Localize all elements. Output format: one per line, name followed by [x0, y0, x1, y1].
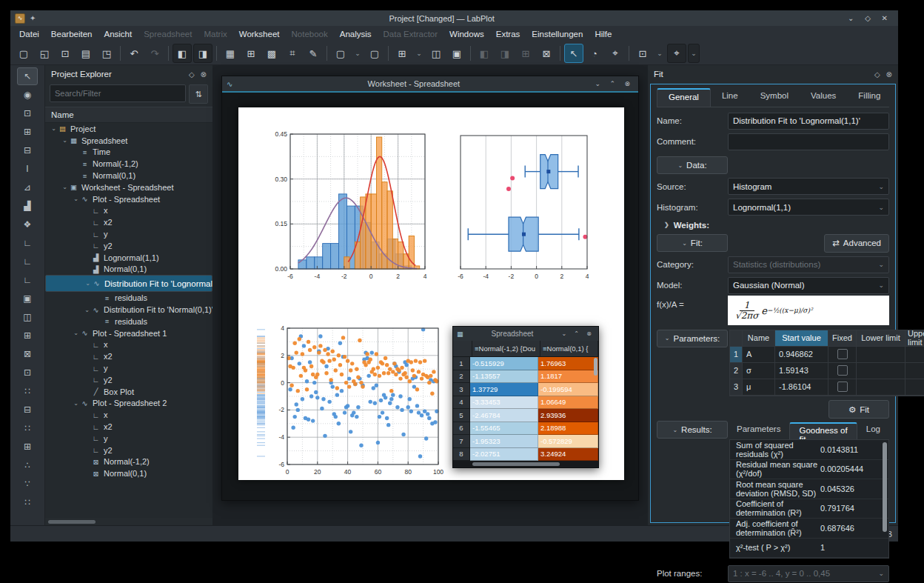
window-controls[interactable]: ⌄ ◇ ✕: [848, 14, 892, 22]
param-start-value-cell[interactable]: -1.86104: [775, 379, 828, 396]
float-dock-icon[interactable]: ◇: [874, 70, 880, 79]
menu-einstellungen[interactable]: Einstellungen: [526, 28, 589, 40]
param-name-cell[interactable]: μ: [743, 379, 775, 396]
param-name-cell[interactable]: σ: [743, 363, 775, 379]
crosshair-button[interactable]: ⌖: [667, 44, 686, 63]
tree-item-residuals[interactable]: ≡residuals: [45, 316, 212, 327]
tree-item-lognormal-1-1-[interactable]: ▟Lognormal(1,1): [45, 252, 212, 264]
spreadsheet-hscrollbar[interactable]: [453, 461, 598, 467]
add-axis-y-tool[interactable]: ∟: [17, 271, 38, 289]
fit-section-toggle[interactable]: ⌄ Fit:: [657, 234, 728, 252]
histogram-plot[interactable]: -6-4-20240.000.150.300.45: [268, 130, 431, 284]
tree-item-x[interactable]: ∟x: [45, 409, 212, 421]
param-lower-limit-cell[interactable]: [857, 379, 905, 396]
tree-hscrollbar[interactable]: [45, 518, 212, 525]
toggle-project-explorer-button[interactable]: ◧: [173, 44, 192, 63]
menu-datei[interactable]: Datei: [13, 28, 45, 40]
row-number[interactable]: 7: [453, 435, 470, 448]
menu-bearbeiten[interactable]: Bearbeiten: [45, 28, 98, 40]
layout-remove-tool[interactable]: ⊞: [17, 438, 38, 456]
tree-item-x2[interactable]: ∟x2: [45, 216, 212, 228]
select-region-button[interactable]: ⊡: [633, 44, 652, 63]
tab-values[interactable]: Values: [800, 88, 847, 107]
tree-item-normal-0-1-[interactable]: ≡Normal(0,1): [45, 170, 212, 181]
row-number[interactable]: 3: [453, 383, 470, 396]
cell[interactable]: 2.18988: [538, 422, 598, 436]
param-header-start-value[interactable]: Start value: [775, 330, 828, 347]
crosshair-dropdown[interactable]: ⌄: [688, 44, 700, 63]
tree-item-spreadsheet[interactable]: ⌄▦Spreadsheet: [45, 135, 212, 147]
tree-item-y2[interactable]: ∟y2: [45, 444, 212, 456]
spreadsheet-window-titlebar[interactable]: ▦ Spreadsheet ⌄ ⌃ ⊗: [453, 327, 598, 341]
tree-item-project[interactable]: ⌄▤Project: [45, 123, 212, 135]
cell[interactable]: 2.93936: [538, 409, 598, 422]
menu-windows[interactable]: Windows: [443, 28, 490, 40]
close-dock-icon[interactable]: ⊗: [886, 70, 892, 79]
cell[interactable]: -0.572829: [538, 435, 598, 448]
fit-width-button[interactable]: ▣: [447, 44, 466, 63]
expander-icon[interactable]: ⌄: [61, 137, 69, 144]
filter-options-icon[interactable]: ⇅: [189, 84, 208, 104]
tree-item-y2[interactable]: ∟y2: [45, 240, 212, 252]
print-button[interactable]: ▤: [76, 44, 96, 63]
save-project-button[interactable]: ⊡: [56, 44, 75, 63]
tab-general[interactable]: General: [657, 88, 711, 107]
select-tool[interactable]: ↖: [17, 67, 38, 85]
weights-section-toggle[interactable]: ❯ Weights:: [664, 221, 889, 230]
add-bar-plot-tool[interactable]: ⊡: [17, 364, 38, 382]
expander-icon[interactable]: ⌄: [72, 400, 80, 407]
layout-vertical-tool[interactable]: ⊟: [17, 401, 38, 419]
layout-grid-tool[interactable]: ∷: [17, 382, 38, 400]
param-upper-limit-cell[interactable]: [905, 347, 924, 363]
goodness-scrollbar[interactable]: [883, 442, 887, 532]
search-input[interactable]: [50, 84, 186, 102]
tab-symbol[interactable]: Symbol: [749, 88, 800, 107]
source-select[interactable]: Histogram⌄: [728, 178, 889, 195]
zoom-y-tool[interactable]: ⊟: [17, 141, 38, 159]
run-fit-button[interactable]: ⚙ Fit: [828, 400, 889, 419]
menu-extras[interactable]: Extras: [490, 28, 526, 40]
cell[interactable]: 3.24924: [538, 448, 598, 462]
cell[interactable]: -3.33453: [470, 396, 538, 410]
select-region-dropdown[interactable]: ⌄: [654, 44, 666, 63]
tab-line[interactable]: Line: [711, 88, 749, 107]
tree-item-residuals[interactable]: ≡residuals: [45, 292, 212, 304]
tree-item-x[interactable]: ∟x: [45, 205, 212, 217]
tree-item-normal-0-1-[interactable]: ▟Normal(0,1): [45, 264, 212, 276]
menu-analysis[interactable]: Analysis: [334, 28, 378, 40]
rug-strip[interactable]: [256, 328, 266, 466]
zoom-mode-button[interactable]: ⊞: [392, 44, 412, 63]
histogram-select[interactable]: Lognormal(1,1)⌄: [728, 199, 889, 216]
cell[interactable]: -1.55465: [470, 422, 538, 436]
menu-hilfe[interactable]: Hilfe: [589, 28, 617, 40]
results-tab-parameters[interactable]: Parameters: [728, 422, 789, 439]
zoom-select-tool[interactable]: ⊡: [17, 104, 38, 122]
row-number[interactable]: 8: [453, 448, 470, 462]
fixed-checkbox[interactable]: [837, 382, 848, 392]
tree-item-time[interactable]: ≡Time: [45, 147, 212, 159]
new-plot-button[interactable]: ⌗: [283, 44, 302, 63]
menu-ansicht[interactable]: Ansicht: [98, 28, 138, 40]
add-xy-curve-tool[interactable]: ⊿: [17, 179, 38, 196]
select-cursor-button[interactable]: ↖: [564, 44, 583, 63]
row-number[interactable]: 2: [453, 370, 470, 384]
param-start-value-cell[interactable]: 0.946862: [775, 347, 828, 363]
cell[interactable]: -2.46784: [470, 409, 538, 422]
param-header-name[interactable]: Name: [743, 330, 775, 347]
tree-item-distribution-fit-to-normal-0-1-[interactable]: ⌄∿Distribution Fit to 'Normal(0,1)': [45, 304, 212, 316]
name-input[interactable]: Distribution Fit to 'Lognormal(1,1)': [728, 113, 889, 130]
close-dock-icon[interactable]: ⊗: [201, 70, 207, 79]
new-spreadsheet-button[interactable]: ⊞: [241, 44, 261, 63]
fixed-checkbox[interactable]: [837, 365, 848, 376]
tree-item-box-plot[interactable]: ╱Box Plot: [45, 386, 212, 398]
snap-grid-tool[interactable]: ∷: [17, 493, 38, 511]
align-bottom-tool[interactable]: ∵: [17, 475, 38, 493]
menu-worksheet[interactable]: Worksheet: [233, 28, 286, 40]
param-header-lower-limit[interactable]: Lower limit: [857, 330, 905, 347]
fit-page-button[interactable]: ◫: [426, 44, 446, 63]
tree-item-distribution-fit-to-lognormal-1-1-[interactable]: ⌄∿Distribution Fit to 'Lognormal(1,1)': [45, 275, 212, 292]
tree-item-y2[interactable]: ∟y2: [45, 374, 212, 386]
advanced-button[interactable]: ⇄ Advanced: [824, 234, 889, 253]
row-number[interactable]: 6: [453, 422, 470, 436]
new-matrix-button[interactable]: ▩: [262, 44, 281, 63]
